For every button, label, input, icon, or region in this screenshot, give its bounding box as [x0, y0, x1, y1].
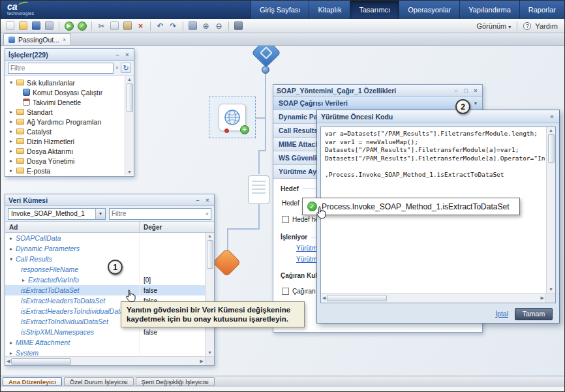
zoom-in-icon[interactable]: ⊕	[200, 20, 211, 31]
section-soap-call-data[interactable]: SOAP Çağrısı Verileri▾	[273, 97, 482, 110]
new-document-icon[interactable]	[5, 20, 16, 31]
document-tab[interactable]: PassingOut... ×	[3, 33, 71, 45]
link-icon[interactable]	[187, 20, 198, 31]
table-row[interactable]: ▸MIME Attachment	[5, 337, 205, 348]
scroll-down-icon[interactable]: ▼	[207, 350, 212, 355]
expand-icon[interactable]: ▸	[8, 168, 14, 173]
help-icon[interactable]: ?	[523, 22, 531, 30]
copy-icon[interactable]	[109, 20, 120, 31]
chevron-down-icon[interactable]: ▾	[95, 209, 105, 219]
column-header-name[interactable]: Ad	[5, 222, 140, 232]
refresh-icon[interactable]: ↻	[121, 63, 131, 73]
nav-tab-configuration[interactable]: Yapılandırma	[459, 1, 519, 19]
expand-icon[interactable]: ▸	[8, 119, 14, 125]
scrollbar-thumb[interactable]	[11, 358, 71, 365]
autocomplete-suggestion[interactable]: Process.Invoke_SOAP_Method_1.isExtractTo…	[322, 202, 509, 211]
tree-item-run-script[interactable]: Komut Dosyası Çalıştır	[5, 87, 125, 97]
column-header-value[interactable]: Değer	[140, 222, 214, 232]
close-icon[interactable]: ×	[124, 52, 130, 58]
expand-icon[interactable]: ▸	[8, 246, 14, 252]
operators-scrollbar[interactable]: ▲ ▼	[125, 76, 134, 175]
selected-operator-node[interactable]: +	[209, 97, 256, 138]
tree-item-directory-services[interactable]: ▸Dizin Hizmetleri	[5, 136, 125, 146]
collapse-icon[interactable]: ▾	[8, 256, 14, 262]
expand-icon[interactable]: ▸	[8, 340, 14, 346]
scroll-up-icon[interactable]: ▲	[207, 234, 212, 239]
scrollbar-thumb[interactable]	[548, 134, 555, 163]
tree-item-network-utils[interactable]: ▸Ağ Yardımcı Programları	[5, 117, 125, 127]
operator-select[interactable]: Invoke_SOAP_Method_1 ▾	[8, 208, 106, 220]
nav-tab-library[interactable]: Kitaplık	[309, 1, 350, 19]
tab-exception-handler[interactable]: Özel Durum İşleyicisi	[64, 377, 134, 386]
nav-tab-operations[interactable]: Operasyonlar	[399, 1, 459, 19]
tree-item-check-calendar[interactable]: Takvimi Denetle	[5, 97, 125, 107]
dataset-filter-input[interactable]	[112, 210, 206, 217]
table-row[interactable]: ▸System	[5, 348, 205, 356]
expand-icon[interactable]: ▸	[21, 277, 26, 283]
soap-operator-icon[interactable]: +	[219, 104, 246, 131]
clear-filter-icon[interactable]: ×	[206, 211, 209, 217]
operators-filter-input[interactable]	[8, 63, 114, 74]
open-folder-icon[interactable]	[18, 20, 29, 31]
dataset-vscrollbar[interactable]: ▲ ▼	[205, 233, 214, 356]
scroll-right-icon[interactable]: ▶	[200, 359, 204, 364]
validate-icon[interactable]: ✓	[76, 20, 87, 31]
minimize-icon[interactable]: –	[114, 52, 121, 58]
close-icon[interactable]: ×	[63, 37, 66, 43]
scroll-down-icon[interactable]: ▼	[549, 287, 553, 292]
scroll-down-icon[interactable]: ▼	[127, 170, 132, 175]
workflow-document-node[interactable]	[248, 175, 269, 204]
table-row[interactable]: ▸Dynamic Parameters	[5, 243, 205, 254]
nav-tab-reports[interactable]: Raporlar	[519, 1, 564, 19]
scroll-up-icon[interactable]: ▲	[549, 128, 553, 133]
expand-icon[interactable]: ▸	[8, 350, 14, 356]
view-menu[interactable]: Görünüm ▾	[476, 22, 511, 30]
tab-lane-change-handler[interactable]: Şerit Değişikliği İşleyicisi	[136, 377, 215, 386]
expand-icon[interactable]: ▸	[8, 148, 14, 154]
expand-icon[interactable]: ▸	[8, 128, 14, 134]
chevron-down-icon[interactable]: ▾	[474, 100, 477, 106]
minimize-icon[interactable]: –	[194, 197, 201, 204]
zoom-out-icon[interactable]: ⊖	[213, 20, 224, 31]
autocomplete-popup[interactable]: ✓ Process.Invoke_SOAP_Method_1.isExtract…	[302, 198, 520, 215]
close-icon[interactable]: ×	[549, 113, 555, 120]
scroll-up-icon[interactable]: ▲	[127, 77, 132, 82]
restore-icon[interactable]: □	[463, 87, 469, 94]
caller-checkbox[interactable]	[282, 288, 289, 295]
dataset-hscrollbar[interactable]: ◀ ▶	[5, 356, 205, 365]
connector-port[interactable]	[262, 66, 269, 74]
collapse-icon[interactable]: ▾	[8, 80, 14, 85]
cut-icon[interactable]: ✂	[96, 20, 107, 31]
nav-tab-designer[interactable]: Tasarımcı	[350, 1, 399, 19]
scroll-left-icon[interactable]: ◀	[322, 295, 326, 301]
table-row-selected[interactable]: isExtractToDataSetfalse	[5, 285, 205, 295]
tree-item-email[interactable]: ▸E-posta	[5, 166, 125, 175]
expand-icon[interactable]: ▸	[8, 109, 14, 115]
table-row[interactable]: ▸SOAPCallData	[5, 233, 205, 243]
ok-button[interactable]: Tamam	[515, 308, 553, 320]
close-icon[interactable]: ×	[204, 197, 211, 204]
table-row[interactable]: ▸ExtractedVarInfo[0]	[5, 275, 205, 285]
scrollbar-thumb[interactable]	[127, 83, 133, 112]
expand-icon[interactable]: ▸	[8, 235, 14, 241]
close-icon[interactable]: ×	[472, 87, 479, 94]
tree-item-catalyst[interactable]: ▸Catalyst	[5, 127, 125, 136]
settings-icon[interactable]	[233, 20, 244, 31]
target-checkbox[interactable]	[282, 216, 289, 223]
tree-item-standard[interactable]: ▸Standart	[5, 107, 125, 117]
scrollbar-thumb[interactable]	[207, 240, 213, 269]
save-icon[interactable]	[31, 20, 42, 31]
run-icon[interactable]: ▶	[63, 20, 74, 31]
undo-icon[interactable]: ↶	[155, 20, 166, 31]
minimize-icon[interactable]: –	[453, 87, 459, 94]
code-hscrollbar[interactable]: ◀ ▶	[321, 293, 545, 303]
tree-item-file-management[interactable]: ▸Dosya Yönetimi	[5, 156, 125, 166]
cancel-link[interactable]: İptal	[495, 310, 508, 318]
clear-filter-icon[interactable]: ×	[115, 65, 119, 71]
nav-tab-home[interactable]: Giriş Sayfası	[251, 1, 309, 19]
redo-icon[interactable]: ↷	[168, 20, 179, 31]
scrollbar-thumb[interactable]	[327, 295, 387, 301]
help-menu[interactable]: Yardım	[535, 22, 558, 30]
code-vscrollbar[interactable]: ▲ ▼	[546, 127, 555, 293]
tree-item-file-transfer[interactable]: ▸Dosya Aktarımı	[5, 146, 125, 156]
